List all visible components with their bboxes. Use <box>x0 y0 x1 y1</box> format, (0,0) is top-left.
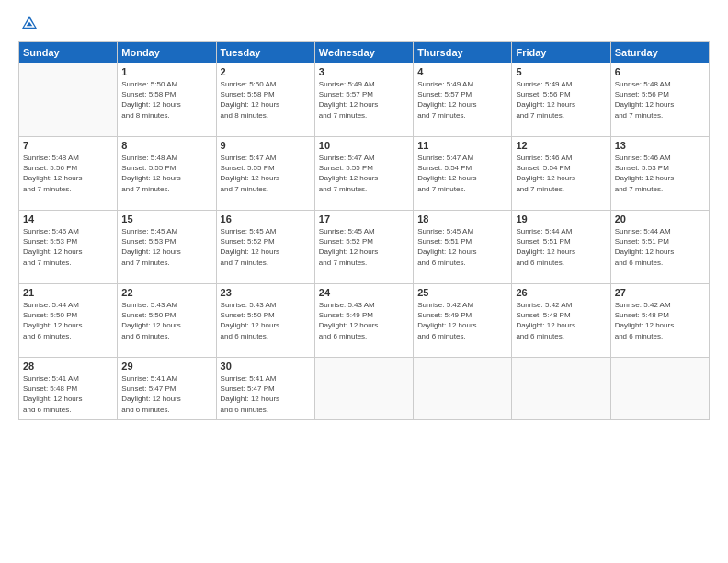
calendar-cell: 26Sunrise: 5:42 AM Sunset: 5:48 PM Dayli… <box>512 284 610 358</box>
calendar-cell: 7Sunrise: 5:48 AM Sunset: 5:56 PM Daylig… <box>19 137 118 211</box>
day-number: 10 <box>319 140 409 151</box>
day-info: Sunrise: 5:47 AM Sunset: 5:55 PM Dayligh… <box>221 153 311 194</box>
calendar-cell: 22Sunrise: 5:43 AM Sunset: 5:50 PM Dayli… <box>118 284 216 358</box>
calendar-cell: 4Sunrise: 5:49 AM Sunset: 5:57 PM Daylig… <box>414 63 512 137</box>
calendar: SundayMondayTuesdayWednesdayThursdayFrid… <box>18 41 710 420</box>
day-info: Sunrise: 5:47 AM Sunset: 5:54 PM Dayligh… <box>417 153 507 194</box>
calendar-cell: 23Sunrise: 5:43 AM Sunset: 5:50 PM Dayli… <box>216 284 314 358</box>
day-info: Sunrise: 5:43 AM Sunset: 5:50 PM Dayligh… <box>221 300 311 341</box>
day-info: Sunrise: 5:48 AM Sunset: 5:56 PM Dayligh… <box>615 79 705 121</box>
day-info: Sunrise: 5:45 AM Sunset: 5:52 PM Dayligh… <box>319 226 409 268</box>
day-info: Sunrise: 5:48 AM Sunset: 5:55 PM Dayligh… <box>121 153 211 194</box>
calendar-cell <box>414 358 512 420</box>
calendar-cell: 12Sunrise: 5:46 AM Sunset: 5:54 PM Dayli… <box>512 137 610 211</box>
calendar-week-row: 21Sunrise: 5:44 AM Sunset: 5:50 PM Dayli… <box>19 284 710 358</box>
day-number: 16 <box>221 213 311 224</box>
weekday-header-saturday: Saturday <box>610 42 709 63</box>
calendar-week-row: 14Sunrise: 5:46 AM Sunset: 5:53 PM Dayli… <box>19 211 710 284</box>
day-number: 27 <box>615 287 705 298</box>
day-number: 14 <box>23 213 113 224</box>
day-info: Sunrise: 5:46 AM Sunset: 5:53 PM Dayligh… <box>23 226 113 268</box>
header <box>18 14 710 32</box>
day-number: 24 <box>319 287 409 298</box>
calendar-cell: 29Sunrise: 5:41 AM Sunset: 5:47 PM Dayli… <box>118 358 216 420</box>
day-number: 15 <box>121 213 211 224</box>
day-info: Sunrise: 5:46 AM Sunset: 5:53 PM Dayligh… <box>615 153 705 194</box>
weekday-header-thursday: Thursday <box>414 42 512 63</box>
day-info: Sunrise: 5:45 AM Sunset: 5:52 PM Dayligh… <box>221 226 311 268</box>
logo-icon <box>20 14 39 32</box>
calendar-cell: 9Sunrise: 5:47 AM Sunset: 5:55 PM Daylig… <box>216 137 314 211</box>
calendar-cell: 17Sunrise: 5:45 AM Sunset: 5:52 PM Dayli… <box>314 211 413 284</box>
calendar-cell <box>610 358 709 420</box>
calendar-cell: 6Sunrise: 5:48 AM Sunset: 5:56 PM Daylig… <box>610 63 709 137</box>
day-info: Sunrise: 5:46 AM Sunset: 5:54 PM Dayligh… <box>516 153 606 194</box>
day-info: Sunrise: 5:43 AM Sunset: 5:49 PM Dayligh… <box>319 300 409 341</box>
day-info: Sunrise: 5:50 AM Sunset: 5:58 PM Dayligh… <box>121 79 211 121</box>
day-number: 6 <box>615 66 705 77</box>
calendar-cell: 8Sunrise: 5:48 AM Sunset: 5:55 PM Daylig… <box>118 137 216 211</box>
day-info: Sunrise: 5:44 AM Sunset: 5:50 PM Dayligh… <box>23 300 113 341</box>
calendar-cell <box>314 358 413 420</box>
day-number: 7 <box>23 140 113 151</box>
weekday-header-row: SundayMondayTuesdayWednesdayThursdayFrid… <box>19 42 710 63</box>
day-number: 25 <box>417 287 507 298</box>
day-number: 26 <box>516 287 606 298</box>
weekday-header-friday: Friday <box>512 42 610 63</box>
calendar-cell: 24Sunrise: 5:43 AM Sunset: 5:49 PM Dayli… <box>314 284 413 358</box>
calendar-cell: 19Sunrise: 5:44 AM Sunset: 5:51 PM Dayli… <box>512 211 610 284</box>
day-info: Sunrise: 5:48 AM Sunset: 5:56 PM Dayligh… <box>23 153 113 194</box>
day-info: Sunrise: 5:49 AM Sunset: 5:57 PM Dayligh… <box>319 79 409 121</box>
day-number: 11 <box>417 140 507 151</box>
weekday-header-monday: Monday <box>118 42 216 63</box>
day-info: Sunrise: 5:44 AM Sunset: 5:51 PM Dayligh… <box>516 226 606 268</box>
day-info: Sunrise: 5:41 AM Sunset: 5:47 PM Dayligh… <box>221 373 311 415</box>
calendar-cell: 27Sunrise: 5:42 AM Sunset: 5:48 PM Dayli… <box>610 284 709 358</box>
day-number: 19 <box>516 213 606 224</box>
calendar-cell: 15Sunrise: 5:45 AM Sunset: 5:53 PM Dayli… <box>118 211 216 284</box>
calendar-cell: 28Sunrise: 5:41 AM Sunset: 5:48 PM Dayli… <box>19 358 118 420</box>
weekday-header-tuesday: Tuesday <box>216 42 314 63</box>
calendar-week-row: 28Sunrise: 5:41 AM Sunset: 5:48 PM Dayli… <box>19 358 710 420</box>
day-number: 22 <box>121 287 211 298</box>
day-info: Sunrise: 5:50 AM Sunset: 5:58 PM Dayligh… <box>221 79 311 121</box>
calendar-cell: 20Sunrise: 5:44 AM Sunset: 5:51 PM Dayli… <box>610 211 709 284</box>
calendar-cell: 16Sunrise: 5:45 AM Sunset: 5:52 PM Dayli… <box>216 211 314 284</box>
calendar-cell: 18Sunrise: 5:45 AM Sunset: 5:51 PM Dayli… <box>414 211 512 284</box>
calendar-cell: 10Sunrise: 5:47 AM Sunset: 5:55 PM Dayli… <box>314 137 413 211</box>
calendar-cell: 3Sunrise: 5:49 AM Sunset: 5:57 PM Daylig… <box>314 63 413 137</box>
day-number: 4 <box>417 66 507 77</box>
weekday-header-wednesday: Wednesday <box>314 42 413 63</box>
calendar-week-row: 1Sunrise: 5:50 AM Sunset: 5:58 PM Daylig… <box>19 63 710 137</box>
day-info: Sunrise: 5:45 AM Sunset: 5:51 PM Dayligh… <box>417 226 507 268</box>
weekday-header-sunday: Sunday <box>19 42 118 63</box>
calendar-cell: 11Sunrise: 5:47 AM Sunset: 5:54 PM Dayli… <box>414 137 512 211</box>
day-info: Sunrise: 5:49 AM Sunset: 5:57 PM Dayligh… <box>417 79 507 121</box>
day-info: Sunrise: 5:42 AM Sunset: 5:48 PM Dayligh… <box>615 300 705 341</box>
day-number: 28 <box>23 361 113 372</box>
day-info: Sunrise: 5:43 AM Sunset: 5:50 PM Dayligh… <box>121 300 211 341</box>
day-number: 21 <box>23 287 113 298</box>
calendar-cell: 13Sunrise: 5:46 AM Sunset: 5:53 PM Dayli… <box>610 137 709 211</box>
day-number: 9 <box>221 140 311 151</box>
day-info: Sunrise: 5:41 AM Sunset: 5:48 PM Dayligh… <box>23 373 113 415</box>
day-info: Sunrise: 5:41 AM Sunset: 5:47 PM Dayligh… <box>121 373 211 415</box>
calendar-cell <box>19 63 118 137</box>
calendar-cell: 2Sunrise: 5:50 AM Sunset: 5:58 PM Daylig… <box>216 63 314 137</box>
calendar-cell: 25Sunrise: 5:42 AM Sunset: 5:49 PM Dayli… <box>414 284 512 358</box>
calendar-cell: 30Sunrise: 5:41 AM Sunset: 5:47 PM Dayli… <box>216 358 314 420</box>
day-info: Sunrise: 5:45 AM Sunset: 5:53 PM Dayligh… <box>121 226 211 268</box>
day-number: 1 <box>121 66 211 77</box>
day-number: 13 <box>615 140 705 151</box>
day-info: Sunrise: 5:47 AM Sunset: 5:55 PM Dayligh… <box>319 153 409 194</box>
day-number: 12 <box>516 140 606 151</box>
day-number: 17 <box>319 213 409 224</box>
calendar-cell: 21Sunrise: 5:44 AM Sunset: 5:50 PM Dayli… <box>19 284 118 358</box>
day-number: 2 <box>221 66 311 77</box>
day-number: 23 <box>221 287 311 298</box>
calendar-cell: 1Sunrise: 5:50 AM Sunset: 5:58 PM Daylig… <box>118 63 216 137</box>
day-number: 29 <box>121 361 211 372</box>
day-number: 20 <box>615 213 705 224</box>
day-info: Sunrise: 5:42 AM Sunset: 5:49 PM Dayligh… <box>417 300 507 341</box>
day-number: 8 <box>121 140 211 151</box>
